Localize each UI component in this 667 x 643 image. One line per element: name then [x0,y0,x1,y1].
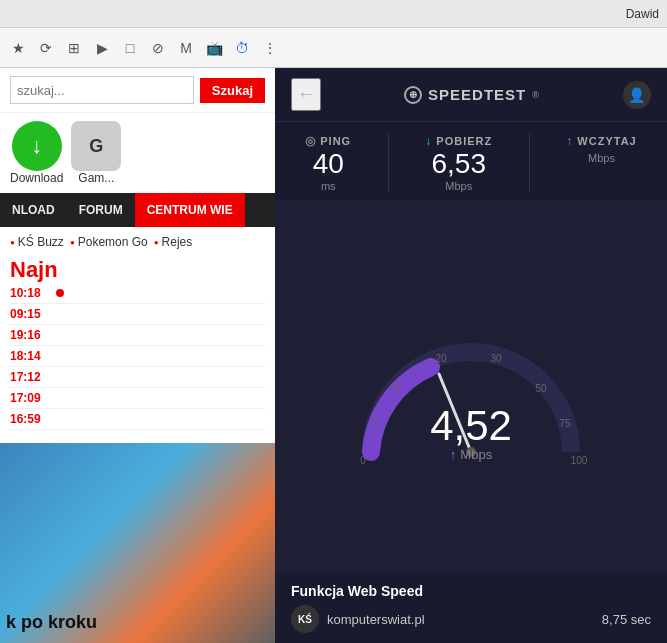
upload-stat: ↑ WCZYTAJ Mbps [566,134,636,192]
svg-text:1: 1 [373,418,379,429]
speedtest-footer: Funkcja Web Speed KŚ komputerswiat.pl 8,… [275,573,667,643]
gauge-wrapper: 0 1 5 20 30 50 75 100 4,52 ↑ Mbps [341,312,601,472]
ping-stat: ◎ PING 40 ms [305,134,351,192]
news-item-1[interactable]: 10:18 [10,283,265,304]
download-stat: ↓ POBIERZ 6,53 Mbps [425,134,492,192]
speedtest-icon[interactable]: ⏱ [232,38,252,58]
svg-text:20: 20 [435,353,447,364]
news-section: Najn 10:18 09:15 19:16 18:14 17:12 17:09… [0,257,275,430]
webpage-background: Szukaj ↓ Download G Gam... NLOAD FORUM C… [0,68,275,643]
news-title: Najn [10,257,265,283]
more-icon[interactable]: ⋮ [260,38,280,58]
speedtest-header: ← ⊕ SPEEDTEST ® 👤 [275,68,667,122]
speedtest-logo-icon: ⊕ [404,86,422,104]
site-favicon: KŚ [291,605,319,633]
svg-text:100: 100 [571,455,588,466]
ping-icon: ◎ [305,134,316,148]
gauge-number: 4,52 [430,405,512,447]
browser-chrome: Dawid ★ ⟳ ⊞ ▶ □ ⊘ M 📺 ⏱ ⋮ [0,0,667,69]
nav-item-centrum[interactable]: CENTRUM WIE [135,193,245,227]
download-label: Download [10,171,63,185]
grid-icon[interactable]: ⊞ [64,38,84,58]
site-time: 8,75 sec [602,612,651,627]
news-item-5[interactable]: 17:12 [10,367,265,388]
download-icon-area: ↓ Download G Gam... [0,113,275,193]
ping-value: 40 [313,150,344,178]
block-icon[interactable]: ⊘ [148,38,168,58]
news-item-3[interactable]: 19:16 [10,325,265,346]
cast-icon[interactable]: 📺 [204,38,224,58]
web-speed-label: Funkcja Web Speed [291,583,651,599]
game-icon[interactable]: G [71,121,121,171]
divider-1 [388,134,389,192]
download-icon-st: ↓ [425,134,432,148]
tag-pokemon[interactable]: Pokemon Go [70,235,148,249]
divider-2 [529,134,530,192]
news-item-4[interactable]: 18:14 [10,346,265,367]
news-dot [56,289,64,297]
user-name-label: Dawid [626,7,659,21]
upload-label-st: WCZYTAJ [577,135,636,147]
svg-text:50: 50 [535,383,547,394]
news-item-6[interactable]: 17:09 [10,388,265,409]
tag-reje[interactable]: Rejes [154,235,193,249]
nav-bar: NLOAD FORUM CENTRUM WIE [0,193,275,227]
svg-text:0: 0 [360,455,366,466]
search-bar-area: Szukaj [0,68,275,113]
window-icon[interactable]: □ [120,38,140,58]
gauge-value: 4,52 ↑ Mbps [430,405,512,462]
ping-label: PING [320,135,351,147]
bookmark-icon[interactable]: ★ [8,38,28,58]
game-label: Gam... [78,171,114,185]
mail-icon[interactable]: M [176,38,196,58]
nav-item-forum[interactable]: FORUM [67,193,135,227]
video-icon[interactable]: ▶ [92,38,112,58]
speedtest-stats: ◎ PING 40 ms ↓ POBIERZ 6,53 Mbps ↑ WCZYT… [275,122,667,200]
search-button[interactable]: Szukaj [200,78,265,103]
news-item-2[interactable]: 09:15 [10,304,265,325]
user-icon[interactable]: 👤 [623,81,651,109]
title-bar: Dawid [0,0,667,28]
tags-row: KŚ Buzz Pokemon Go Rejes [0,227,275,257]
speedtest-title: ⊕ SPEEDTEST ® [404,86,540,104]
bottom-text: k po kroku [6,612,97,633]
svg-text:5: 5 [394,383,400,394]
search-input[interactable] [10,76,194,104]
download-label-st: POBIERZ [436,135,492,147]
upload-unit: Mbps [588,152,615,164]
reload-icon[interactable]: ⟳ [36,38,56,58]
gauge-up-arrow: ↑ [450,447,457,462]
back-button[interactable]: ← [291,78,321,111]
svg-text:75: 75 [559,418,571,429]
tag-buzz[interactable]: KŚ Buzz [10,235,64,249]
download-value: 6,53 [432,150,487,178]
download-icon[interactable]: ↓ [12,121,62,171]
news-item-7[interactable]: 16:59 [10,409,265,430]
speedtest-gauge-container: 0 1 5 20 30 50 75 100 4,52 ↑ Mbps [275,200,667,573]
speedtest-overlay: ← ⊕ SPEEDTEST ® 👤 ◎ PING 40 ms ↓ POBIERZ… [275,68,667,643]
toolbar: ★ ⟳ ⊞ ▶ □ ⊘ M 📺 ⏱ ⋮ [0,28,667,68]
download-unit: Mbps [445,180,472,192]
upload-icon-st: ↑ [566,134,573,148]
nav-item-nload[interactable]: NLOAD [0,193,67,227]
site-row[interactable]: KŚ komputerswiat.pl 8,75 sec [291,605,651,633]
site-name: komputerswiat.pl [327,612,594,627]
gauge-unit: ↑ Mbps [430,447,512,462]
svg-text:30: 30 [490,353,502,364]
ping-unit: ms [321,180,336,192]
